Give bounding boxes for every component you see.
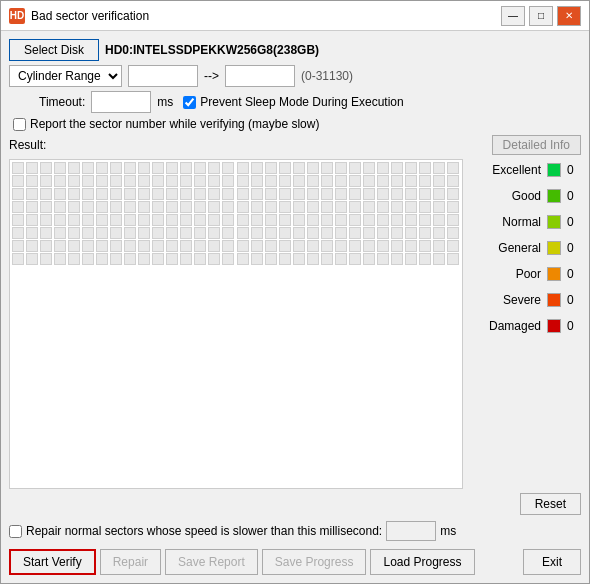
result-label: Result: xyxy=(9,138,46,152)
range-end-input[interactable]: 31130 xyxy=(225,65,295,87)
sector-cell xyxy=(68,253,80,265)
sector-cell xyxy=(40,188,52,200)
sector-cell xyxy=(194,240,206,252)
range-type-select[interactable]: Cylinder Range Sector Range LBA Range xyxy=(9,65,122,87)
reset-button[interactable]: Reset xyxy=(520,493,581,515)
timeout-input[interactable]: 3000 xyxy=(91,91,151,113)
select-disk-button[interactable]: Select Disk xyxy=(9,39,99,61)
sector-cell xyxy=(124,214,136,226)
sector-cell xyxy=(251,227,263,239)
sector-cell xyxy=(293,175,305,187)
sector-cell xyxy=(82,188,94,200)
start-verify-button[interactable]: Start Verify xyxy=(9,549,96,575)
save-progress-button[interactable]: Save Progress xyxy=(262,549,367,575)
sector-cell xyxy=(265,175,277,187)
sector-cell xyxy=(208,227,220,239)
sector-cell xyxy=(26,214,38,226)
sector-cell xyxy=(152,253,164,265)
sector-cell xyxy=(208,201,220,213)
sector-cell xyxy=(405,162,417,174)
sector-cell xyxy=(124,162,136,174)
sector-cell xyxy=(279,227,291,239)
legend-count-general: 0 xyxy=(567,241,581,255)
sector-cell xyxy=(110,227,122,239)
repair-ms-label: ms xyxy=(440,524,456,538)
report-sector-row: Report the sector number while verifying… xyxy=(13,117,581,131)
report-sector-checkbox[interactable] xyxy=(13,118,26,131)
sector-cell xyxy=(377,201,389,213)
sector-cell xyxy=(208,214,220,226)
sector-cell xyxy=(152,214,164,226)
legend-count-excellent: 0 xyxy=(567,163,581,177)
sector-cell xyxy=(335,162,347,174)
sector-cell xyxy=(363,227,375,239)
repair-ms-input[interactable]: 0 xyxy=(386,521,436,541)
sector-cell xyxy=(377,162,389,174)
sector-cell xyxy=(419,201,431,213)
sector-cell xyxy=(237,162,249,174)
sector-cell xyxy=(391,201,403,213)
sector-cell xyxy=(180,240,192,252)
sector-cell xyxy=(363,253,375,265)
sector-cell xyxy=(110,175,122,187)
sector-cell xyxy=(447,201,459,213)
sector-cell xyxy=(180,214,192,226)
sector-cell xyxy=(166,175,178,187)
legend-label-general: General xyxy=(486,241,541,255)
sector-cell xyxy=(349,162,361,174)
close-button[interactable]: ✕ xyxy=(557,6,581,26)
range-start-input[interactable]: 0 xyxy=(128,65,198,87)
repair-button[interactable]: Repair xyxy=(100,549,161,575)
sector-cell xyxy=(124,201,136,213)
sector-cell xyxy=(12,175,24,187)
sector-cell xyxy=(293,188,305,200)
minimize-button[interactable]: — xyxy=(501,6,525,26)
repair-checkbox[interactable] xyxy=(9,525,22,538)
sector-cell xyxy=(433,227,445,239)
exit-button[interactable]: Exit xyxy=(523,549,581,575)
sector-cell xyxy=(40,162,52,174)
sector-cell xyxy=(180,201,192,213)
sector-cell xyxy=(40,253,52,265)
sector-cell xyxy=(194,188,206,200)
main-window: HD Bad sector verification — □ ✕ Select … xyxy=(0,0,590,584)
sector-cell xyxy=(222,201,234,213)
sector-cell xyxy=(307,214,319,226)
sector-cell xyxy=(40,227,52,239)
legend-color-severe xyxy=(547,293,561,307)
sector-cell xyxy=(54,240,66,252)
sector-cell xyxy=(321,240,333,252)
sector-cell xyxy=(194,175,206,187)
sector-cell xyxy=(391,253,403,265)
sector-cell xyxy=(68,227,80,239)
sector-cell xyxy=(363,201,375,213)
load-progress-button[interactable]: Load Progress xyxy=(370,549,474,575)
sector-cell xyxy=(279,201,291,213)
detailed-info-button[interactable]: Detailed Info xyxy=(492,135,581,155)
legend-item-damaged: Damaged0 xyxy=(471,319,581,333)
sector-cell xyxy=(96,162,108,174)
sector-cell xyxy=(307,188,319,200)
sector-cell xyxy=(40,201,52,213)
sector-cell xyxy=(54,188,66,200)
sector-cell xyxy=(419,162,431,174)
prevent-sleep-checkbox[interactable] xyxy=(183,96,196,109)
sector-cell xyxy=(124,188,136,200)
sector-cell xyxy=(12,240,24,252)
legend-item-general: General0 xyxy=(471,241,581,255)
sector-cell xyxy=(26,227,38,239)
maximize-button[interactable]: □ xyxy=(529,6,553,26)
sector-cell xyxy=(447,240,459,252)
sector-cell xyxy=(293,162,305,174)
sector-cell xyxy=(152,201,164,213)
legend-color-excellent xyxy=(547,163,561,177)
sector-cell xyxy=(237,188,249,200)
sector-cell xyxy=(222,253,234,265)
sector-cell xyxy=(293,253,305,265)
sector-cell xyxy=(208,240,220,252)
sector-cell xyxy=(279,175,291,187)
save-report-button[interactable]: Save Report xyxy=(165,549,258,575)
sector-cell xyxy=(110,188,122,200)
sector-cell xyxy=(82,201,94,213)
sector-cell xyxy=(194,214,206,226)
